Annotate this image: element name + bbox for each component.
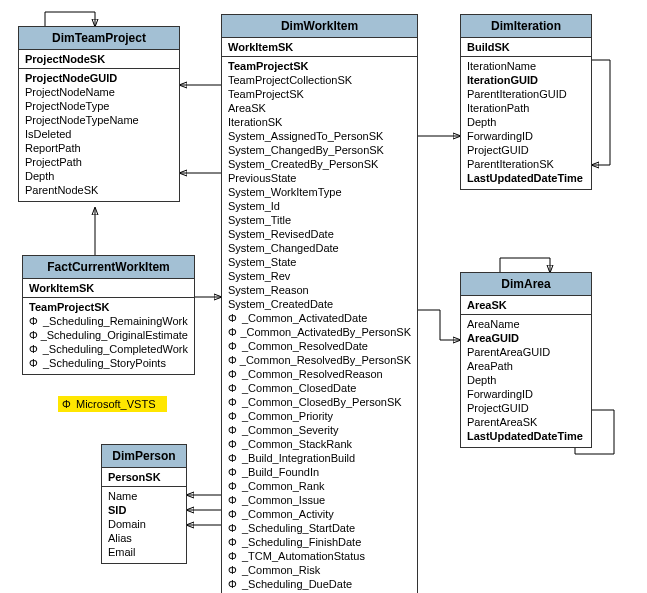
phi-icon: Φ xyxy=(228,465,242,479)
field-label: IterationPath xyxy=(467,101,529,115)
field-label: LastUpdatedDateTime xyxy=(467,429,583,443)
field-label: IterationSK xyxy=(228,115,282,129)
field-label: _Scheduling_CompletedWork xyxy=(43,342,188,356)
entity-dim-iteration: DimIteration BuildSK IterationNameIterat… xyxy=(460,14,592,190)
field-row: System_ChangedDate xyxy=(228,241,411,255)
field-label: ProjectNodeType xyxy=(25,99,109,113)
field-label: System_CreatedDate xyxy=(228,297,333,311)
field-row: Φ_Common_Activity xyxy=(228,507,411,521)
field-label: LastUpdatedDateTime xyxy=(467,171,583,185)
field-row: TeamProjectSK xyxy=(29,300,188,314)
phi-icon: Φ xyxy=(228,521,242,535)
phi-icon: Φ xyxy=(228,423,242,437)
field-row: Name xyxy=(108,489,180,503)
field-row: IsDeleted xyxy=(25,127,173,141)
field-label: ProjectPath xyxy=(25,155,82,169)
pk-field: AreaSK xyxy=(467,298,585,312)
field-label: Depth xyxy=(467,373,496,387)
field-row: Alias xyxy=(108,531,180,545)
field-label: ParentAreaSK xyxy=(467,415,537,429)
field-label: _Common_Rank xyxy=(242,479,325,493)
field-label: TeamProjectCollectionSK xyxy=(228,73,352,87)
field-label: AreaPath xyxy=(467,359,513,373)
field-row: Φ_Scheduling_FinishDate xyxy=(228,535,411,549)
field-label: _Common_ResolvedReason xyxy=(242,367,383,381)
field-row: LastUpdatedDateTime xyxy=(467,171,585,185)
field-label: _Common_Issue xyxy=(242,493,325,507)
field-label: _Build_FoundIn xyxy=(242,465,319,479)
field-label: ParentNodeSK xyxy=(25,183,98,197)
field-label: _Scheduling_RemainingWork xyxy=(43,314,188,328)
field-label: _Common_ClosedDate xyxy=(242,381,356,395)
field-row: Φ_Common_Issue xyxy=(228,493,411,507)
field-row: ProjectNodeType xyxy=(25,99,173,113)
phi-icon: Φ xyxy=(228,353,240,367)
field-row: ForwardingID xyxy=(467,129,585,143)
field-row: Φ_Scheduling_StartDate xyxy=(228,521,411,535)
field-label: TeamProjectSK xyxy=(29,300,110,314)
field-label: _Common_ResolvedBy_PersonSK xyxy=(240,353,411,367)
field-row: Φ_Common_ResolvedBy_PersonSK xyxy=(228,353,411,367)
field-label: ProjectGUID xyxy=(467,401,529,415)
entity-title: DimIteration xyxy=(461,15,591,38)
field-row: TeamProjectCollectionSK xyxy=(228,73,411,87)
field-label: ProjectNodeName xyxy=(25,85,115,99)
field-label: ProjectGUID xyxy=(467,143,529,157)
field-row: Depth xyxy=(467,115,585,129)
phi-icon: Φ xyxy=(29,328,41,342)
entity-dim-person: DimPerson PersonSK NameSIDDomainAliasEma… xyxy=(101,444,187,564)
phi-icon: Φ xyxy=(228,535,242,549)
field-label: IsDeleted xyxy=(25,127,71,141)
field-row: ProjectGUID xyxy=(467,143,585,157)
field-row: IterationGUID xyxy=(467,73,585,87)
entity-dim-team-project: DimTeamProject ProjectNodeSK ProjectNode… xyxy=(18,26,180,202)
phi-icon: Φ xyxy=(29,356,43,370)
field-label: ParentAreaGUID xyxy=(467,345,550,359)
field-row: Φ_Build_IntegrationBuild xyxy=(228,451,411,465)
entity-fields: IterationNameIterationGUIDParentIteratio… xyxy=(461,57,591,189)
field-label: Name xyxy=(108,489,137,503)
phi-icon: Φ xyxy=(228,339,242,353)
field-label: _Build_IntegrationBuild xyxy=(242,451,355,465)
field-label: _Scheduling_StartDate xyxy=(242,521,355,535)
pk-field: WorkItemSK xyxy=(29,281,188,295)
field-label: ReportPath xyxy=(25,141,81,155)
phi-icon: Φ xyxy=(228,311,242,325)
field-label: System_RevisedDate xyxy=(228,227,334,241)
field-row: Φ_Common_Risk xyxy=(228,563,411,577)
field-row: Depth xyxy=(467,373,585,387)
field-row: System_AssignedTo_PersonSK xyxy=(228,129,411,143)
field-row: ProjectNodeName xyxy=(25,85,173,99)
field-label: SID xyxy=(108,503,126,517)
phi-icon: Φ xyxy=(62,398,76,410)
phi-icon: Φ xyxy=(228,409,242,423)
field-row: Email xyxy=(108,545,180,559)
field-label: System_Id xyxy=(228,199,280,213)
field-label: System_CreatedBy_PersonSK xyxy=(228,157,378,171)
field-label: _Common_ResolvedDate xyxy=(242,339,368,353)
phi-icon: Φ xyxy=(228,507,242,521)
field-row: Φ_Common_ResolvedDate xyxy=(228,339,411,353)
field-row: Φ_Scheduling_OriginalEstimate xyxy=(29,328,188,342)
phi-icon: Φ xyxy=(228,395,242,409)
entity-fields: TeamProjectSKΦ_Scheduling_RemainingWorkΦ… xyxy=(23,298,194,374)
field-label: Alias xyxy=(108,531,132,545)
field-row: System_Title xyxy=(228,213,411,227)
field-row: TeamProjectSK xyxy=(228,59,411,73)
legend-label: Microsoft_VSTS xyxy=(76,398,155,410)
field-label: Depth xyxy=(467,115,496,129)
field-row: ParentIterationGUID xyxy=(467,87,585,101)
field-row: ReportPath xyxy=(25,141,173,155)
entity-title: DimTeamProject xyxy=(19,27,179,50)
field-row: Φ_Common_Priority xyxy=(228,409,411,423)
field-label: System_AssignedTo_PersonSK xyxy=(228,129,383,143)
field-row: Depth xyxy=(25,169,173,183)
pk-field: WorkItemSK xyxy=(228,40,411,54)
entity-dim-workitem: DimWorkItem WorkItemSK TeamProjectSKTeam… xyxy=(221,14,418,593)
phi-icon: Φ xyxy=(29,314,43,328)
phi-icon: Φ xyxy=(228,451,242,465)
field-label: System_Reason xyxy=(228,283,309,297)
field-row: ForwardingID xyxy=(467,387,585,401)
field-label: System_Title xyxy=(228,213,291,227)
field-row: Φ_Common_ClosedBy_PersonSK xyxy=(228,395,411,409)
